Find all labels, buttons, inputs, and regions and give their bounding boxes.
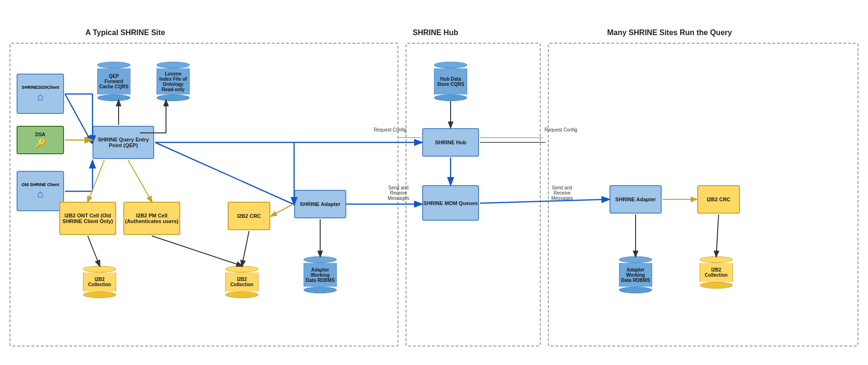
- old-shrine-client-label: Old SHRINE Client: [21, 182, 59, 187]
- hub-data-store-label: Hub Data Store CQRS: [434, 68, 467, 94]
- cyl-top-7: [619, 256, 652, 263]
- request-config-right-label: Request Config: [545, 127, 577, 132]
- shrine-adapter-right-box: SHRINE Adapter: [609, 185, 662, 214]
- title-typical-site: A Typical SHRINE Site: [85, 28, 165, 37]
- house-icon-2: ⌂: [37, 188, 43, 200]
- i2b2-pm-cell-label: I2B2 PM Cell (Authenticates users): [124, 213, 179, 224]
- cyl-bot-5: [304, 287, 337, 293]
- key-icon: 🔑: [35, 138, 46, 149]
- i2b2-collection-left-cyl: I2B2 Collection: [78, 266, 121, 298]
- shrine2020client-box: SHRINE2020Client ⌂: [17, 74, 64, 114]
- shrine-mom-queues-label: SHRINE MOM Queues: [424, 200, 478, 206]
- shrine-hub-box: SHRINE Hub: [422, 128, 479, 157]
- cyl-top-6: [434, 62, 467, 68]
- adapter-working-data-right-label: Adapter Working Data RDBMS: [619, 263, 652, 287]
- i2b2-collection-right-cyl: I2B2 Collection: [695, 256, 738, 289]
- cyl-bot-6: [434, 94, 467, 101]
- cyl-top-8: [700, 256, 733, 263]
- cyl-bot-7: [619, 287, 652, 293]
- i2b2-ont-cell-label: I2B2 ONT Cell (Old SHRINE Client Only): [60, 213, 115, 224]
- title-many-sites: Many SHRINE Sites Run the Query: [607, 28, 732, 37]
- shrine2020client-label: SHRINE2020Client: [21, 85, 59, 90]
- send-receive-right-label: Send and Receive Messages: [543, 185, 581, 201]
- send-receive-left-label: Send and Receive Messages: [379, 185, 417, 201]
- i2b2-ont-cell-box: I2B2 ONT Cell (Old SHRINE Client Only): [59, 202, 116, 235]
- i2b2-crc-right-box: I2B2 CRC: [697, 185, 740, 214]
- shrine-adapter-left-box: SHRINE Adapter: [294, 190, 346, 218]
- i2b2-collection-left-label: I2B2 Collection: [83, 272, 116, 291]
- cyl-bot-4: [225, 291, 259, 298]
- adapter-working-data-left-label: Adapter Working Data RDBMS: [304, 263, 337, 287]
- cyl-bot-2: [157, 94, 190, 101]
- cyl-bot-8: [700, 282, 733, 289]
- i2b2-pm-cell-box: I2B2 PM Cell (Authenticates users): [123, 202, 180, 235]
- shrine-adapter-left-label: SHRINE Adapter: [300, 201, 341, 207]
- i2b2-crc-left-box: I2B2 CRC: [228, 202, 270, 230]
- cyl-bot-3: [83, 291, 116, 298]
- cyl-top-5: [304, 256, 337, 263]
- title-hub: SHRINE Hub: [413, 28, 458, 37]
- cyl-top-1: [97, 62, 130, 68]
- house-icon-1: ⌂: [37, 91, 43, 103]
- qep-forward-cache-cyl: QEP Forward Cache CQRS: [92, 62, 135, 101]
- diagram-container: A Typical SHRINE Site SHRINE Hub Many SH…: [0, 0, 868, 365]
- shrine-hub-label: SHRINE Hub: [435, 140, 466, 145]
- i2b2-crc-left-label: I2B2 CRC: [237, 213, 261, 219]
- shrine-mom-queues-box: SHRINE MOM Queues: [422, 185, 479, 221]
- qep-forward-cache-label: QEP Forward Cache CQRS: [97, 68, 130, 94]
- adapter-working-data-left-cyl: Adapter Working Data RDBMS: [296, 256, 344, 293]
- shrine-adapter-right-label: SHRINE Adapter: [615, 197, 656, 202]
- lucene-index-label: Lucene Index File of Ontology Read-only: [157, 68, 190, 94]
- dsa-box: DSA 🔑: [17, 126, 64, 154]
- cyl-bot-1: [97, 94, 130, 101]
- dsa-label: DSA: [35, 132, 46, 137]
- i2b2-collection-right-label: I2B2 Collection: [700, 263, 733, 282]
- hub-data-store-cyl: Hub Data Store CQRS: [429, 62, 472, 101]
- lucene-index-cyl: Lucene Index File of Ontology Read-only: [152, 62, 194, 101]
- cyl-top-2: [157, 62, 190, 68]
- cyl-top-3: [83, 266, 116, 272]
- qep-box: SHRINE Query Entry Point (QEP): [92, 126, 154, 159]
- i2b2-crc-right-label: I2B2 CRC: [707, 197, 730, 202]
- adapter-working-data-right-cyl: Adapter Working Data RDBMS: [607, 256, 664, 293]
- cyl-top-4: [225, 266, 259, 272]
- old-shrine-client-box: Old SHRINE Client ⌂: [17, 171, 64, 211]
- i2b2-collection-mid-label: I2B2 Collection: [225, 272, 259, 291]
- i2b2-collection-mid-cyl: I2B2 Collection: [221, 266, 263, 298]
- request-config-left-label: Request Config: [374, 127, 406, 132]
- qep-label: SHRINE Query Entry Point (QEP): [93, 137, 153, 148]
